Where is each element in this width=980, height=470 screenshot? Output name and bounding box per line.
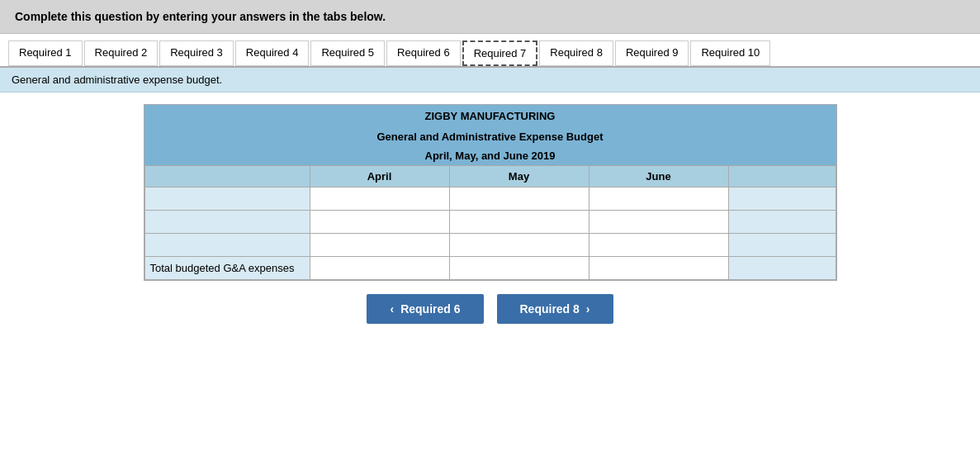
instruction-bar: Complete this question by entering your … — [0, 0, 980, 34]
row1-may — [449, 188, 589, 211]
total-row: Total budgeted G&A expenses — [144, 257, 836, 280]
row1-label — [144, 188, 310, 211]
row2-may — [449, 211, 589, 234]
row2-june — [589, 211, 728, 234]
row1-june-input[interactable] — [594, 192, 723, 205]
table-company: ZIGBY MANUFACTURING — [144, 105, 836, 127]
section-header: General and administrative expense budge… — [0, 68, 980, 93]
row3-june — [589, 234, 728, 257]
prev-icon: ‹ — [390, 302, 394, 316]
total-label: Total budgeted G&A expenses — [144, 257, 310, 280]
row3-april — [310, 234, 449, 257]
tabs-container: Required 1 Required 2 Required 3 Require… — [0, 34, 980, 68]
row2-extra — [728, 211, 836, 234]
total-april-input[interactable] — [315, 262, 444, 274]
row2-june-input[interactable] — [594, 216, 723, 228]
row1-april-input[interactable] — [315, 192, 444, 205]
content-area: ZIGBY MANUFACTURING General and Administ… — [0, 93, 980, 335]
next-label: Required 8 — [520, 302, 580, 316]
total-extra — [728, 257, 836, 280]
total-april — [310, 257, 449, 280]
row1-june — [589, 188, 728, 211]
nav-buttons: ‹ Required 6 Required 8 › — [17, 294, 963, 324]
section-label: General and administrative expense budge… — [12, 74, 222, 86]
next-icon: › — [586, 302, 590, 316]
prev-button[interactable]: ‹ Required 6 — [367, 294, 483, 324]
row3-label-input[interactable] — [150, 239, 305, 251]
tab-req6[interactable]: Required 6 — [386, 40, 461, 66]
tab-req9[interactable]: Required 9 — [615, 40, 689, 66]
row1-extra — [728, 188, 836, 211]
table-row — [144, 188, 836, 211]
row3-label — [144, 234, 310, 257]
row2-april — [310, 211, 449, 234]
row1-may-input[interactable] — [455, 192, 584, 205]
prev-label: Required 6 — [400, 302, 460, 316]
tab-req2[interactable]: Required 2 — [84, 40, 159, 66]
tab-req8[interactable]: Required 8 — [539, 40, 613, 66]
row1-april — [310, 188, 449, 211]
tab-req5[interactable]: Required 5 — [310, 40, 385, 66]
col-header-label — [144, 166, 310, 188]
next-button[interactable]: Required 8 › — [497, 294, 613, 324]
tab-req4[interactable]: Required 4 — [235, 40, 310, 66]
row3-may — [449, 234, 589, 257]
row3-extra — [728, 234, 836, 257]
tab-req7[interactable]: Required 7 — [462, 40, 538, 66]
tab-req1[interactable]: Required 1 — [8, 40, 83, 66]
row2-april-input[interactable] — [315, 216, 444, 228]
table-title: General and Administrative Expense Budge… — [144, 127, 836, 146]
total-may — [449, 257, 589, 280]
tab-req10[interactable]: Required 10 — [690, 40, 770, 66]
budget-table-wrapper: ZIGBY MANUFACTURING General and Administ… — [144, 104, 837, 281]
row3-may-input[interactable] — [455, 239, 584, 251]
row3-june-input[interactable] — [594, 239, 723, 251]
instruction-text: Complete this question by entering your … — [15, 10, 386, 23]
tab-req3[interactable]: Required 3 — [159, 40, 234, 66]
budget-table: April May June — [144, 165, 836, 280]
table-row — [144, 211, 836, 234]
row1-label-input[interactable] — [150, 192, 305, 205]
total-june-input[interactable] — [594, 262, 723, 274]
row2-may-input[interactable] — [455, 216, 584, 228]
col-header-extra — [728, 166, 836, 188]
row2-label-input[interactable] — [150, 216, 305, 228]
col-header-april: April — [310, 166, 449, 188]
total-june — [589, 257, 728, 280]
col-header-may: May — [449, 166, 589, 188]
total-may-input[interactable] — [455, 262, 584, 274]
row2-label — [144, 211, 310, 234]
col-header-june: June — [589, 166, 728, 188]
row3-april-input[interactable] — [315, 239, 444, 251]
table-period: April, May, and June 2019 — [144, 146, 836, 165]
table-row — [144, 234, 836, 257]
